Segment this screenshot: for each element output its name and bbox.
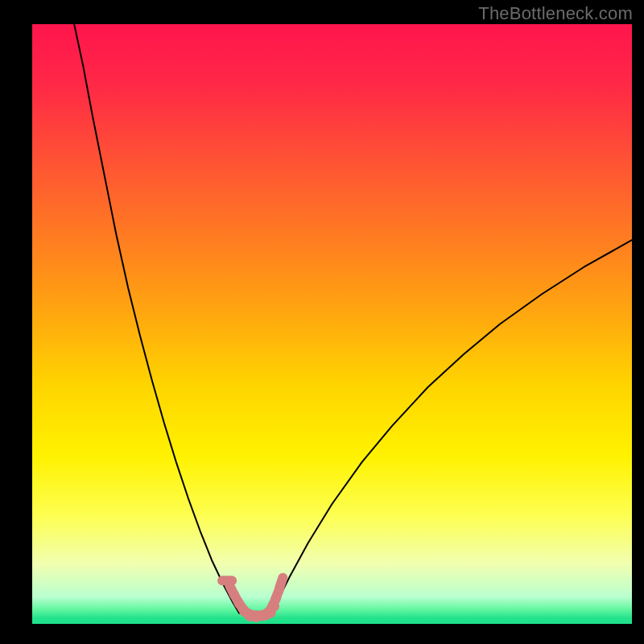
marker-dash <box>279 578 283 588</box>
gradient-background <box>32 24 632 624</box>
plot-svg <box>32 24 632 624</box>
chart-stage: TheBottleneck.com <box>0 0 644 644</box>
plot-area <box>32 24 632 624</box>
site-watermark: TheBottleneck.com <box>478 3 633 24</box>
